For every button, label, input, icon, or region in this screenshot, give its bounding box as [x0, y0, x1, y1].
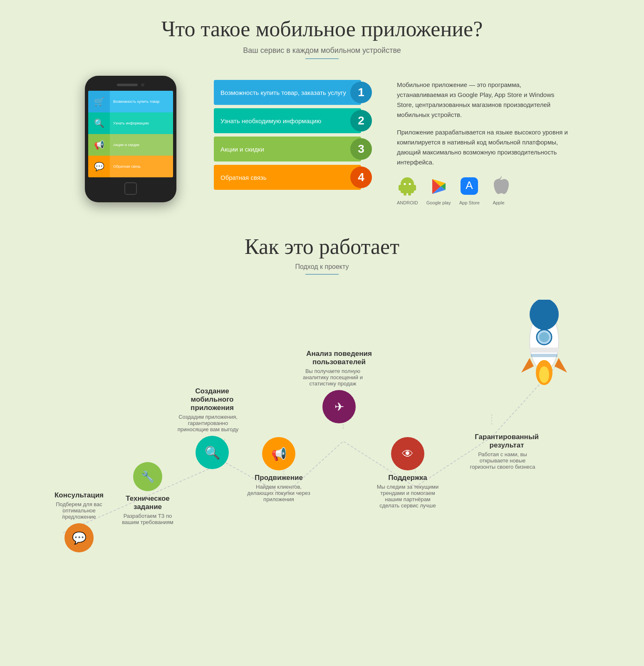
app-store-icon: A — [459, 176, 480, 199]
feature-num-2: 2 — [350, 110, 372, 132]
phone-icon-feedback: 💬 — [88, 156, 110, 177]
svg-rect-4 — [404, 191, 406, 196]
tl-desc-podderzhka: Мы следим за текущими трендами и помогае… — [374, 484, 441, 509]
tl-node-podderzhka: 👁 Поддержка Мы следим за текущими тренда… — [374, 437, 441, 509]
svg-text:A: A — [466, 179, 473, 191]
phone-label-3: Акции и скидки — [110, 134, 173, 156]
feature-item-3: Акции и скидки 3 — [214, 137, 372, 162]
phone-label-4: Обратная связь — [110, 156, 173, 177]
rocket-illustration — [503, 300, 586, 391]
tl-circle-analiz: ✈ — [322, 390, 356, 423]
tl-title-tz: Техническое задание — [116, 495, 179, 511]
tl-circle-konsultacia: 💬 — [64, 523, 94, 552]
right-description-panel: Мобильное приложение — это программа, ус… — [397, 76, 572, 205]
google-play-icon — [428, 176, 449, 199]
section2-subtitle: Подход к проекту — [25, 263, 619, 271]
title-divider — [305, 58, 339, 59]
phone-icon-promo: 📢 — [88, 134, 110, 156]
description-para2: Приложение разрабатывается на языке высо… — [397, 127, 572, 167]
svg-rect-5 — [408, 191, 411, 196]
svg-point-26 — [539, 332, 549, 342]
android-icon — [397, 176, 418, 199]
phone-icon-cart: 🛒 — [88, 91, 110, 112]
page-title: Что такое мобильное приложение? — [25, 17, 619, 41]
tl-title-podderzhka: Поддержка — [374, 474, 441, 482]
phone-item-4: 💬 Обратная связь — [88, 156, 173, 177]
feature-num-3: 3 — [350, 138, 372, 160]
feature-num-1: 1 — [350, 82, 372, 103]
svg-marker-28 — [555, 358, 567, 373]
tl-desc-prodvijenie: Найдем клиентов, делающих покупки через … — [245, 484, 312, 502]
svg-rect-31 — [530, 348, 559, 353]
tl-node-analiz: Анализ поведения пользователей Вы получа… — [300, 350, 379, 423]
svg-rect-1 — [401, 184, 414, 193]
android-store-item: ANDROID — [397, 176, 418, 205]
phone-home-button — [124, 182, 137, 195]
svg-point-30 — [539, 366, 549, 383]
phone-item-3: 📢 Акции и скидки — [88, 134, 173, 156]
tl-title-sozdanie: Создание мобильного приложения — [175, 387, 250, 412]
tl-desc-tz: Разработаем ТЗ по вашим требованиям — [116, 513, 179, 525]
tl-node-result: Гарантированный результат Работая с нами… — [469, 433, 544, 473]
feature-text-4: Обратная связь — [214, 165, 361, 190]
svg-rect-2 — [399, 185, 401, 191]
phone-mockup: 🛒 Возможность купить товар 🔍 Узнать инфо… — [72, 76, 189, 202]
phone-icon-search: 🔍 — [88, 112, 110, 134]
phone-label-1: Возможность купить товар — [110, 91, 173, 112]
app-store-label: App Store — [459, 200, 480, 205]
phone-camera — [141, 83, 144, 87]
section-what-is-app: Что такое мобильное приложение? Ваш серв… — [0, 0, 644, 218]
svg-rect-3 — [413, 185, 416, 191]
section-how-it-works: Как это работает Подход к проекту Консул… — [0, 218, 644, 604]
phone-screen: 🛒 Возможность купить товар 🔍 Узнать инфо… — [88, 91, 173, 177]
tl-desc-sozdanie: Создадим приложения, гарантированно прин… — [175, 414, 241, 432]
features-list: Возможность купить товар, заказать услуг… — [214, 76, 372, 190]
tl-circle-podderzhka: 👁 — [391, 437, 424, 470]
content-row: 🛒 Возможность купить товар 🔍 Узнать инфо… — [25, 76, 619, 205]
app-store-item: A App Store — [459, 176, 480, 205]
tl-circle-prodvijenie: 📢 — [262, 437, 295, 470]
feature-item-4: Обратная связь 4 — [214, 165, 372, 190]
tl-node-prodvijenie: 📢 Продвижение Найдем клиентов, делающих … — [245, 437, 312, 502]
feature-num-4: 4 — [350, 166, 372, 188]
svg-point-24 — [530, 300, 559, 330]
feature-text-3: Акции и скидки — [214, 137, 361, 162]
phone-device: 🛒 Возможность купить товар 🔍 Узнать инфо… — [85, 76, 176, 202]
feature-item-1: Возможность купить товар, заказать услуг… — [214, 80, 372, 105]
phone-bottom — [88, 182, 173, 195]
tl-desc-analiz: Вы получаете полную аналитику посещений … — [300, 368, 366, 387]
feature-text-2: Узнать необходимую информацию — [214, 108, 361, 133]
phone-top — [88, 83, 173, 87]
android-label: ANDROID — [397, 200, 418, 205]
tl-circle-tz: 🔧 — [133, 462, 162, 491]
timeline-container: Консультация Подберем для вас оптимально… — [25, 287, 619, 579]
svg-rect-32 — [531, 354, 557, 357]
tl-node-sozdanie: Создание мобильного приложения Создадим … — [175, 387, 250, 469]
tl-desc-result: Работая с нами, вы открываете новые гори… — [469, 451, 536, 470]
tl-circle-sozdanie: 🔍 — [196, 436, 229, 469]
tl-title-prodvijenie: Продвижение — [245, 474, 312, 482]
section2-divider — [305, 274, 339, 275]
apple-icon — [488, 176, 509, 199]
google-play-store-item: Google play — [426, 176, 451, 205]
section2-title: Как это работает — [25, 234, 619, 259]
phone-label-2: Узнать информацию — [110, 112, 173, 134]
google-play-label: Google play — [426, 200, 451, 205]
feature-item-2: Узнать необходимую информацию 2 — [214, 108, 372, 133]
phone-menu: 🛒 Возможность купить товар 🔍 Узнать инфо… — [88, 91, 173, 177]
phone-item-2: 🔍 Узнать информацию — [88, 112, 173, 134]
tl-title-analiz: Анализ поведения пользователей — [300, 350, 379, 366]
apple-label: Apple — [493, 200, 504, 205]
tl-title-result: Гарантированный результат — [469, 433, 544, 450]
svg-marker-27 — [521, 358, 534, 373]
feature-text-1: Возможность купить товар, заказать услуг… — [214, 80, 361, 105]
apple-store-item: Apple — [488, 176, 509, 205]
page-subtitle: Ваш сервис в каждом мобильном устройстве — [25, 46, 619, 55]
phone-item-1: 🛒 Возможность купить товар — [88, 91, 173, 112]
tl-node-konsultacia: Консультация Подберем для вас оптимально… — [48, 491, 110, 552]
phone-speaker — [117, 84, 138, 86]
store-icons-row: ANDROID Google play A — [397, 176, 572, 205]
tl-title-konsultacia: Консультация — [48, 491, 110, 500]
tl-desc-konsultacia: Подберем для вас оптимальное предложение — [48, 501, 110, 520]
tl-node-tz: 🔧 Техническое задание Разработаем ТЗ по … — [116, 462, 179, 525]
